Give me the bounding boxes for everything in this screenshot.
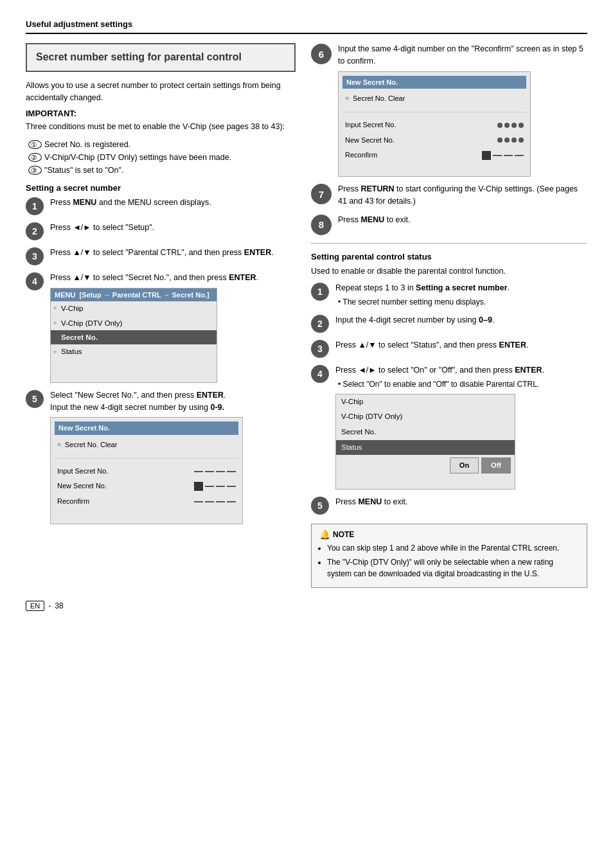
step-content-1: Press MENU and the MENU screen displays. [50, 197, 296, 209]
step-circle-2: 2 [26, 222, 44, 240]
step-circle-3: 3 [26, 247, 44, 265]
snp-step6-title: New Secret No. [342, 76, 526, 89]
ps-step-1: 1 Repeat steps 1 to 3 in Setting a secre… [311, 282, 587, 308]
section-heading: Secret number setting for parental contr… [36, 51, 285, 64]
step-content-8: Press MENU to exit. [338, 214, 587, 226]
condition-1: Secret No. is registered. [28, 138, 296, 151]
right-column: 6 Input the same 4-digit number on the "… [311, 43, 587, 588]
snp-step6: New Secret No. Secret No. Clear Input Se… [338, 71, 531, 177]
step-right-6: 6 Input the same 4-digit number on the "… [311, 43, 587, 177]
note-bullet-2: The "V-Chip (DTV Only)" will only be sel… [327, 556, 579, 580]
ps-menu-step4: V-Chip V-Chip (DTV Only) Secret No. Stat… [335, 394, 515, 490]
section-heading-box: Secret number setting for parental contr… [26, 43, 296, 72]
snp6-input-row: Input Secret No. [342, 118, 526, 133]
menu-step4: MENU [Setup → Parental CTRL → Secret No.… [50, 288, 217, 383]
ps-btn-on: On [450, 457, 479, 474]
note-list: You can skip step 1 and 2 above while in… [319, 542, 579, 580]
snp6-radio-clear: Secret No. Clear [342, 91, 526, 107]
step-content-4: Press ▲/▼ to select "Secret No.", and th… [50, 272, 296, 383]
menu-item-vchip: ○V-Chip [51, 301, 217, 315]
snp-step5-title: New Secret No. [55, 421, 238, 435]
parental-status-intro: Used to enable or disable the parental c… [311, 265, 587, 278]
ps-step-content-5: Press MENU to exit. [335, 496, 587, 508]
important-label: IMPORTANT: [26, 109, 296, 118]
menu-item-status: ○Status [51, 344, 217, 359]
ps-btn-off: Off [481, 457, 511, 474]
snp-new-row: New Secret No. [55, 479, 238, 494]
ps-menu-vchip-dtv: V-Chip (DTV Only) [336, 409, 515, 425]
ps-step-2: 2 Input the 4-digit secret number by usi… [311, 314, 587, 333]
footer-dash: - [48, 601, 51, 610]
note-header: 🔔 NOTE [319, 529, 579, 540]
snp6-new-row: New Secret No. [342, 133, 526, 148]
ps-menu-secretno: Secret No. [336, 425, 515, 440]
ps-step-4: 4 Press ◄/► to select "On" or "Off", and… [311, 364, 587, 489]
snp-radio-clear: Secret No. Clear [55, 438, 238, 453]
ps-menu-vchip: V-Chip [336, 394, 515, 410]
note-box: 🔔 NOTE You can skip step 1 and 2 above w… [311, 524, 587, 588]
menu-step4-title: MENU [Setup → Parental CTRL → Secret No.… [51, 288, 217, 302]
conditions-list: Secret No. is registered. V-Chip/V-Chip … [26, 138, 296, 177]
step-circle-5: 5 [26, 390, 44, 408]
ps-step-content-3: Press ▲/▼ to select "Status", and then p… [335, 339, 587, 351]
condition-2: V-Chip/V-Chip (DTV Only) settings have b… [28, 151, 296, 164]
ps-step-3: 3 Press ▲/▼ to select "Status", and then… [311, 339, 587, 358]
step-circle-7: 7 [311, 184, 332, 204]
snp-step5: New Secret No. Secret No. Clear Input Se… [50, 417, 243, 524]
snp-input-row: Input Secret No. [55, 464, 238, 479]
footer-badge: EN [26, 601, 44, 611]
ps-step-content-1: Repeat steps 1 to 3 in Setting a secret … [335, 282, 587, 308]
parental-status-section: Setting parental control status Used to … [311, 252, 587, 515]
page-footer: EN - 38 [26, 601, 587, 611]
note-title: NOTE [333, 530, 354, 539]
ps-step-5: 5 Press MENU to exit. [311, 496, 587, 515]
step-content-2: Press ◄/► to select "Setup". [50, 222, 296, 234]
step-left-4: 4 Press ▲/▼ to select "Secret No.", and … [26, 272, 296, 383]
step-left-3: 3 Press ▲/▼ to select "Parental CTRL", a… [26, 247, 296, 265]
step-right-8: 8 Press MENU to exit. [311, 214, 587, 235]
ps-step-circle-2: 2 [311, 315, 329, 333]
step-content-7: Press RETURN to start configuring the V-… [338, 183, 587, 208]
step-circle-1: 1 [26, 197, 44, 215]
note-bullet-1: You can skip step 1 and 2 above while in… [327, 542, 579, 554]
menu-item-vchip-dtv: ○V-Chip (DTV Only) [51, 316, 217, 330]
note-icon: 🔔 [319, 529, 330, 540]
step-right-7: 7 Press RETURN to start configuring the … [311, 183, 587, 208]
parental-status-heading: Setting parental control status [311, 252, 587, 261]
snp-reconfirm-row: Reconfirm [55, 494, 238, 509]
important-text: Three conditions must be met to enable t… [26, 121, 296, 133]
ps-step-circle-1: 1 [311, 283, 329, 301]
sub-heading-secret: Setting a secret number [26, 183, 296, 193]
page-title: Useful adjustment settings [26, 19, 587, 34]
ps-btn-row: On Off [336, 455, 515, 476]
ps-step-4-bullet: • Select "On" to enable and "Off" to dis… [338, 378, 587, 390]
step-content-5: Select "New Secret No.", and then press … [50, 389, 296, 524]
intro-text: Allows you to use a secret number to pro… [26, 80, 296, 104]
left-column: Secret number setting for parental contr… [26, 43, 296, 588]
step-circle-6: 6 [311, 44, 332, 64]
ps-step-circle-5: 5 [311, 497, 329, 515]
ps-menu-status: Status [336, 440, 515, 456]
ps-step-content-2: Input the 4-digit secret number by using… [335, 314, 587, 326]
step-left-5: 5 Select "New Secret No.", and then pres… [26, 389, 296, 524]
ps-step-circle-4: 4 [311, 365, 329, 383]
step-left-1: 1 Press MENU and the MENU screen display… [26, 197, 296, 215]
menu-item-secretno: Secret No. [51, 330, 217, 344]
ps-step-1-bullet: • The secret number setting menu display… [338, 296, 587, 308]
step-content-6: Input the same 4-digit number on the "Re… [338, 43, 587, 177]
step-left-2: 2 Press ◄/► to select "Setup". [26, 222, 296, 240]
condition-3: "Status" is set to "On". [28, 164, 296, 177]
step-circle-4: 4 [26, 272, 44, 290]
snp6-reconfirm-row: Reconfirm [342, 148, 526, 163]
step-circle-8: 8 [311, 215, 332, 235]
step-content-3: Press ▲/▼ to select "Parental CTRL", and… [50, 247, 296, 259]
ps-step-content-4: Press ◄/► to select "On" or "Off", and t… [335, 364, 587, 489]
ps-step-circle-3: 3 [311, 340, 329, 358]
footer-page: 38 [55, 601, 63, 610]
